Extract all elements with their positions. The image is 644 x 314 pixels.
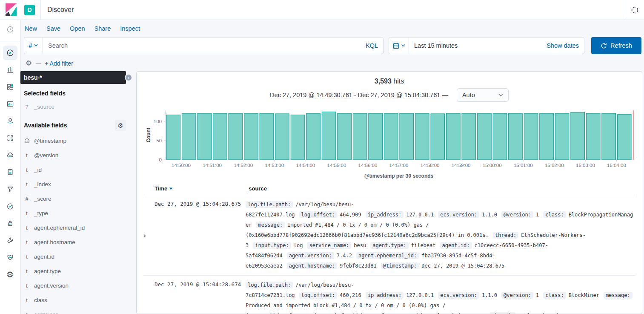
- nav-item-infrastructure[interactable]: [3, 148, 17, 162]
- svg-text:14:51:00: 14:51:00: [203, 163, 222, 168]
- field-key: log.file.path:: [246, 201, 293, 208]
- field-type-date-icon: [24, 138, 30, 144]
- filter-options-gear-icon[interactable]: ⚙: [26, 60, 32, 67]
- nav-item-uptime[interactable]: [3, 199, 17, 213]
- show-dates-button[interactable]: Show dates: [547, 42, 584, 49]
- field-key: input.type:: [253, 242, 291, 249]
- nav-item-apm[interactable]: [3, 182, 17, 196]
- row-time: Dec 27, 2019 @ 15:04:28.674: [155, 280, 246, 314]
- refresh-button[interactable]: Refresh: [591, 37, 641, 54]
- time-range-value[interactable]: Last 15 minutes: [409, 42, 458, 49]
- field-item-_index[interactable]: t_index: [20, 177, 135, 191]
- nav-item-stack-monitoring[interactable]: [3, 250, 17, 265]
- svg-text:15:00:00: 15:00:00: [483, 163, 502, 168]
- svg-text:0: 0: [159, 157, 162, 162]
- field-type-icon: t: [24, 167, 30, 173]
- field-label: agent.ephemeral_id: [34, 225, 85, 231]
- kibana-logo[interactable]: [3, 3, 19, 17]
- field-type-icon: t: [24, 239, 30, 245]
- field-item-_type[interactable]: t_type: [20, 206, 135, 220]
- field-value: 1: [536, 292, 539, 298]
- collapse-sidebar-button[interactable]: ‹: [125, 74, 132, 81]
- nav-item-siem[interactable]: [3, 216, 17, 230]
- field-type-icon: t: [24, 311, 30, 314]
- expand-row-icon[interactable]: ›: [143, 280, 155, 314]
- app-header: D Discover: [0, 0, 644, 20]
- workspace: besu-* ‹ Selected fields ?_source Availa…: [20, 71, 644, 314]
- table-row: › Dec 27, 2019 @ 15:04:28.674 log.file.p…: [143, 276, 635, 314]
- field-item-agent.ephemeral_id[interactable]: tagent.ephemeral_id: [20, 220, 135, 235]
- field-value: 1.1.0: [482, 292, 497, 298]
- histogram-chart[interactable]: Count05010014:50:0014:51:0014:52:0014:53…: [143, 105, 635, 181]
- help-icon[interactable]: [625, 0, 644, 20]
- field-label: agent.hostname: [34, 239, 75, 245]
- field-item-agent.version[interactable]: tagent.version: [20, 278, 135, 293]
- search-input[interactable]: [43, 42, 366, 49]
- field-settings-gear-icon[interactable]: ⚙: [115, 120, 126, 131]
- menu-new[interactable]: New: [25, 25, 37, 32]
- field-item-_source[interactable]: ?_source: [20, 99, 135, 114]
- field-key: ecs.version:: [438, 211, 479, 218]
- add-filter-button[interactable]: + Add filter: [45, 60, 73, 67]
- column-header-time[interactable]: Time: [155, 185, 246, 192]
- saved-query-menu-button[interactable]: #: [24, 37, 43, 54]
- field-key: @version:: [501, 292, 533, 299]
- field-type-icon: t: [24, 268, 30, 274]
- interval-select[interactable]: Auto: [457, 88, 509, 102]
- nav-item-logs[interactable]: [3, 165, 17, 179]
- field-label: _type: [34, 210, 48, 216]
- nav-item-discover[interactable]: [3, 46, 17, 60]
- field-item-_score[interactable]: #_score: [20, 191, 135, 206]
- field-item-container[interactable]: tcontainer: [20, 307, 135, 314]
- menu-open[interactable]: Open: [70, 25, 85, 32]
- nav-item-dashboard[interactable]: [3, 80, 17, 94]
- row-time: Dec 27, 2019 @ 15:04:28.675: [155, 199, 246, 271]
- field-key: ecs.version:: [438, 292, 479, 299]
- field-value: 127.0.0.1: [406, 212, 434, 218]
- refresh-icon: [601, 43, 607, 49]
- field-value: Produced and imported block #1,484 / 0 t…: [246, 302, 486, 314]
- results-panel: 3,593 hits Dec 27, 2019 @ 14:49:30.761 -…: [136, 71, 642, 314]
- field-item-class[interactable]: tclass: [20, 293, 135, 307]
- field-type-icon: t: [24, 282, 30, 289]
- field-item-@version[interactable]: t@version: [20, 148, 135, 162]
- nav-item-canvas[interactable]: [3, 97, 17, 111]
- field-item-agent.id[interactable]: tagent.id: [20, 249, 135, 264]
- field-item-_id[interactable]: t_id: [20, 162, 135, 177]
- nav-item-visualize[interactable]: [3, 63, 17, 77]
- field-key: agent.id:: [440, 242, 472, 249]
- chevron-down-icon: [498, 94, 503, 97]
- column-header-source: _source: [246, 185, 635, 192]
- expand-row-icon[interactable]: ›: [143, 199, 155, 271]
- menu-inspect[interactable]: Inspect: [120, 25, 140, 32]
- app-badge[interactable]: D: [24, 5, 35, 15]
- field-item-@timestamp[interactable]: @timestamp: [20, 133, 135, 148]
- field-value: log: [294, 242, 303, 248]
- nav-item-management[interactable]: ⚙: [3, 267, 17, 282]
- field-item-agent.hostname[interactable]: tagent.hostname: [20, 235, 135, 249]
- menu-share[interactable]: Share: [94, 25, 111, 32]
- field-key: log.offset:: [299, 211, 337, 218]
- field-key: agent.type:: [370, 242, 408, 249]
- svg-text:15:04:00: 15:04:00: [607, 163, 626, 168]
- nav-item-maps[interactable]: [3, 114, 17, 128]
- field-label: _index: [34, 181, 51, 187]
- nav-item-recently-viewed[interactable]: [3, 22, 17, 37]
- nav-item-machine-learning[interactable]: [3, 131, 17, 145]
- menu-save[interactable]: Save: [46, 25, 60, 32]
- selected-fields-heading: Selected fields: [24, 90, 126, 97]
- field-type-icon: #: [24, 196, 30, 202]
- field-item-agent.type[interactable]: tagent.type: [20, 264, 135, 278]
- nav-item-dev-tools[interactable]: [3, 233, 17, 248]
- field-value: 460,216: [340, 292, 361, 298]
- calendar-icon[interactable]: [389, 37, 409, 54]
- available-fields-list: @timestampt@versiont_idt_index#_scoret_t…: [20, 133, 135, 314]
- field-key: ip_address:: [366, 211, 404, 218]
- chevron-down-icon: [34, 44, 38, 47]
- index-pattern-header[interactable]: besu-*: [20, 71, 126, 84]
- field-key: thread:: [493, 232, 519, 239]
- kql-language-button[interactable]: KQL: [366, 42, 383, 49]
- field-label: _source: [34, 104, 54, 110]
- row-source: log.file.path:/var/log/besu/besu-6827fe1…: [246, 199, 635, 271]
- documents-table: Time _source › Dec 27, 2019 @ 15:04:28.6…: [143, 182, 635, 314]
